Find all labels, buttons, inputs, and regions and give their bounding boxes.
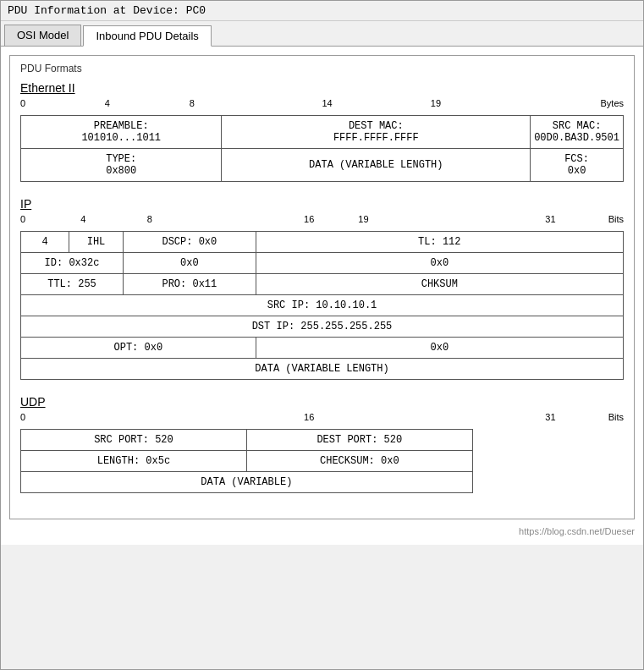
- ruler-udp-0: 0: [20, 412, 25, 422]
- ip-table: 4 IHL DSCP: 0x0 TL: 112 ID: 0x32c 0x0 0x…: [20, 231, 624, 380]
- ip-title: IP: [20, 197, 624, 211]
- table-row: 4 IHL DSCP: 0x0 TL: 112: [21, 232, 624, 253]
- table-row: PREAMBLE:101010...1011 DEST MAC:FFFF.FFF…: [21, 116, 624, 149]
- table-row: ID: 0x32c 0x0 0x0: [21, 253, 624, 274]
- table-row: SRC IP: 10.10.10.1: [21, 295, 624, 316]
- ruler-eth-14: 14: [322, 98, 333, 108]
- preamble-cell: PREAMBLE:101010...1011: [21, 116, 222, 149]
- src-mac-cell: SRC MAC:00D0.BA3D.9501: [531, 116, 624, 149]
- ip-ihl-cell: IHL: [69, 232, 123, 253]
- udp-data-cell: DATA (VARIABLE): [21, 472, 473, 493]
- ip-opt-cell: OPT: 0x0: [21, 338, 256, 359]
- ip-flags-cell: 0x0: [124, 253, 256, 274]
- type-cell: TYPE:0x800: [21, 149, 222, 182]
- ruler-udp-16: 16: [304, 412, 314, 422]
- ruler-ip-4: 4: [80, 214, 85, 224]
- udp-title: UDP: [20, 395, 624, 409]
- ethernet-title: Ethernet II: [20, 81, 624, 95]
- udp-bits-label: Bits: [608, 412, 624, 422]
- tab-bar: OSI Model Inbound PDU Details: [1, 21, 643, 47]
- ip-frag-cell: 0x0: [256, 253, 623, 274]
- ruler-eth-19: 19: [431, 98, 441, 108]
- table-row: DST IP: 255.255.255.255: [21, 316, 624, 338]
- table-row: DATA (VARIABLE LENGTH): [21, 359, 624, 380]
- ruler-eth-0: 0: [20, 98, 25, 108]
- ethernet-table: PREAMBLE:101010...1011 DEST MAC:FFFF.FFF…: [20, 115, 624, 182]
- ip-data-cell: DATA (VARIABLE LENGTH): [21, 359, 624, 380]
- ruler-ip-19: 19: [358, 214, 368, 224]
- window-title: PDU Information at Device: PC0: [8, 4, 206, 17]
- ruler-ip-16: 16: [304, 214, 314, 224]
- fcs-cell: FCS:0x0: [531, 149, 624, 182]
- pdu-formats-label: PDU Formats: [20, 63, 624, 74]
- ip-version-cell: 4: [21, 232, 69, 253]
- ip-bits-label: Bits: [608, 214, 624, 224]
- ethernet-section: Ethernet II 0 4 8 14 19 Bytes PREAMBLE:1…: [20, 81, 624, 182]
- content-area: PDU Formats Ethernet II 0 4 8 14 19 Byte…: [1, 47, 643, 545]
- ruler-ip-31: 31: [545, 214, 555, 224]
- udp-table: SRC PORT: 520 DEST PORT: 520 LENGTH: 0x5…: [20, 429, 473, 493]
- watermark: https://blog.csdn.net/Dueser: [9, 526, 635, 536]
- ip-id-cell: ID: 0x32c: [21, 253, 124, 274]
- table-row: TTL: 255 PRO: 0x11 CHKSUM: [21, 274, 624, 295]
- ip-ttl-cell: TTL: 255: [21, 274, 124, 295]
- table-row: OPT: 0x0 0x0: [21, 338, 624, 359]
- ip-tl-cell: TL: 112: [256, 232, 623, 253]
- table-row: TYPE:0x800 DATA (VARIABLE LENGTH) FCS:0x…: [21, 149, 624, 182]
- udp-section: UDP 0 16 31 Bits SRC PORT: 520 DEST PORT…: [20, 395, 624, 493]
- udp-checksum-cell: CHECKSUM: 0x0: [246, 451, 472, 472]
- ip-opt2-cell: 0x0: [256, 338, 623, 359]
- table-row: DATA (VARIABLE): [21, 472, 473, 493]
- ruler-udp-31: 31: [545, 412, 555, 422]
- udp-srcport-cell: SRC PORT: 520: [21, 430, 247, 451]
- ip-dst-cell: DST IP: 255.255.255.255: [21, 316, 624, 338]
- ip-dscp-cell: DSCP: 0x0: [124, 232, 256, 253]
- ip-src-cell: SRC IP: 10.10.10.1: [21, 295, 624, 316]
- ruler-ip-8: 8: [147, 214, 152, 224]
- dest-mac-cell: DEST MAC:FFFF.FFFF.FFFF: [222, 116, 531, 149]
- tab-osi[interactable]: OSI Model: [4, 25, 81, 46]
- window: PDU Information at Device: PC0 OSI Model…: [0, 0, 644, 670]
- ruler-ip-0: 0: [20, 214, 25, 224]
- table-row: SRC PORT: 520 DEST PORT: 520: [21, 430, 473, 451]
- title-bar: PDU Information at Device: PC0: [1, 1, 643, 21]
- udp-length-cell: LENGTH: 0x5c: [21, 451, 247, 472]
- ruler-eth-8: 8: [190, 98, 195, 108]
- eth-data-cell: DATA (VARIABLE LENGTH): [222, 149, 531, 182]
- pdu-formats-group: PDU Formats Ethernet II 0 4 8 14 19 Byte…: [9, 55, 635, 519]
- eth-bytes-label: Bytes: [600, 98, 624, 108]
- ip-proto-cell: PRO: 0x11: [124, 274, 256, 295]
- udp-dstport-cell: DEST PORT: 520: [246, 430, 472, 451]
- tab-inbound[interactable]: Inbound PDU Details: [83, 25, 211, 47]
- ip-section: IP 0 4 8 16 19 31 Bits 4 IHL DSCP: 0x0 T…: [20, 197, 624, 380]
- table-row: LENGTH: 0x5c CHECKSUM: 0x0: [21, 451, 473, 472]
- ip-chksum-cell: CHKSUM: [256, 274, 623, 295]
- ruler-eth-4: 4: [105, 98, 110, 108]
